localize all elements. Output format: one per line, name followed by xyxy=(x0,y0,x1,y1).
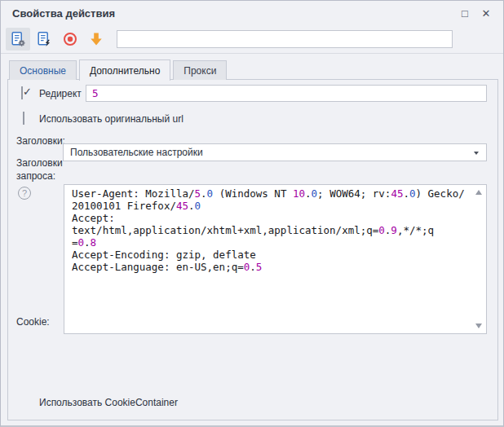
document-settings-button[interactable] xyxy=(6,28,30,51)
tab-advanced[interactable]: Дополнительно xyxy=(79,59,170,81)
maximize-button[interactable]: □ xyxy=(454,3,475,23)
redirect-input[interactable]: 5 xyxy=(86,85,487,102)
cookie-label: Cookie: xyxy=(16,316,50,328)
help-icon[interactable]: ? xyxy=(18,187,31,200)
request-headers-label-line2: запроса: xyxy=(16,170,55,182)
headers-select-value: Пользовательские настройки xyxy=(70,147,203,158)
down-arrow-icon xyxy=(88,31,104,47)
scroll-down-icon[interactable] xyxy=(475,324,482,328)
document-actions-button[interactable] xyxy=(32,28,56,51)
document-gear-icon xyxy=(10,31,26,47)
original-url-label: Использовать оригинальный url xyxy=(39,113,183,125)
headers-select-label: Заголовки: xyxy=(16,135,65,147)
chevron-down-icon xyxy=(474,152,479,155)
scroll-up-icon[interactable] xyxy=(475,190,482,195)
toolbar xyxy=(1,25,503,54)
tab-bar: Основные Дополнительно Прокси xyxy=(1,54,503,80)
original-url-checkbox[interactable] xyxy=(23,112,24,125)
window-title: Свойства действия xyxy=(12,7,115,20)
download-button[interactable] xyxy=(84,28,108,51)
window-controls: □ ✕ xyxy=(454,3,497,23)
cookie-container-label: Использовать CookieContainer xyxy=(39,397,178,408)
request-headers-textarea[interactable]: User-Agent: Mozilla/5.0 (Windows NT 10.0… xyxy=(64,184,487,334)
request-headers-label-line1: Заголовки xyxy=(16,157,63,169)
record-button[interactable] xyxy=(58,28,82,51)
titlebar: Свойства действия □ ✕ xyxy=(1,1,503,25)
close-button[interactable]: ✕ xyxy=(475,3,497,23)
tab-proxy[interactable]: Прокси xyxy=(173,60,227,80)
request-headers-text: User-Agent: Mozilla/5.0 (Windows NT 10.0… xyxy=(64,185,486,275)
redirect-value: 5 xyxy=(92,87,99,99)
action-properties-window: Свойства действия □ ✕ xyxy=(0,0,504,427)
document-lightning-icon xyxy=(36,31,52,47)
headers-select[interactable]: Пользовательские настройки xyxy=(63,143,487,161)
tab-basic[interactable]: Основные xyxy=(9,60,77,80)
advanced-tab-panel: Редирект 5 Использовать оригинальный url… xyxy=(7,79,498,420)
redirect-label: Редирект xyxy=(39,88,82,99)
record-icon xyxy=(62,31,78,47)
toolbar-input[interactable] xyxy=(117,30,453,48)
redirect-checkbox[interactable] xyxy=(21,86,23,99)
